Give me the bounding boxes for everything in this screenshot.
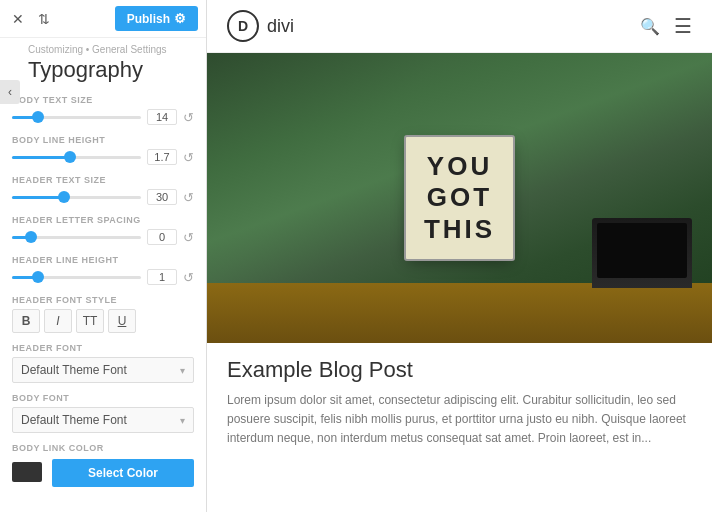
body-link-color-label: BODY LINK COLOR (12, 443, 194, 453)
body-font-value: Default Theme Font (21, 413, 127, 427)
search-icon[interactable]: 🔍 (640, 17, 660, 36)
blog-image-inner: YOU GOT THIS (207, 53, 712, 343)
logo-name: divi (267, 16, 294, 37)
header-text-size-slider[interactable] (12, 189, 141, 205)
header-line-height-row: ↺ (12, 269, 194, 285)
back-button[interactable]: ‹ (0, 80, 20, 104)
header-letter-spacing-row: ↺ (12, 229, 194, 245)
header-line-height-group: HEADER LINE HEIGHT ↺ (12, 255, 194, 285)
table-surface (207, 283, 712, 343)
publish-label: Publish (127, 12, 170, 26)
divi-logo: D divi (227, 10, 294, 42)
select-color-button[interactable]: Select Color (52, 459, 194, 487)
blog-excerpt: Lorem ipsum dolor sit amet, consectetur … (227, 391, 692, 449)
body-line-height-label: BODY LINE HEIGHT (12, 135, 194, 145)
header-font-label: HEADER FONT (12, 343, 194, 353)
divi-header: D divi 🔍 ☰ (207, 0, 712, 53)
header-font-style-label: HEADER FONT STYLE (12, 295, 194, 305)
allcaps-button[interactable]: TT (76, 309, 104, 333)
header-line-height-reset[interactable]: ↺ (183, 270, 194, 285)
header-letter-spacing-input[interactable] (147, 229, 177, 245)
body-text-size-reset[interactable]: ↺ (183, 110, 194, 125)
body-text-size-slider[interactable] (12, 109, 141, 125)
top-bar: ✕ ⇅ Publish ⚙ (0, 0, 206, 38)
gear-icon: ⚙ (174, 11, 186, 26)
body-text-size-label: BODY TEXT SIZE (12, 95, 194, 105)
blog-content: Example Blog Post Lorem ipsum dolor sit … (207, 343, 712, 463)
font-style-buttons: B I TT U (12, 309, 194, 333)
header-font-dropdown[interactable]: Default Theme Font ▾ (12, 357, 194, 383)
header-text-size-row: ↺ (12, 189, 194, 205)
body-line-height-reset[interactable]: ↺ (183, 150, 194, 165)
sign-line-3: THIS (424, 214, 495, 245)
header-letter-spacing-reset[interactable]: ↺ (183, 230, 194, 245)
right-panel: D divi 🔍 ☰ YOU GOT THIS (207, 0, 712, 512)
sign-line-2: GOT (424, 182, 495, 213)
header-letter-spacing-label: HEADER LETTER SPACING (12, 215, 194, 225)
divi-logo-circle: D (227, 10, 259, 42)
light-sign: YOU GOT THIS (407, 138, 512, 258)
chevron-down-icon: ▾ (180, 365, 185, 376)
header-letter-spacing-group: HEADER LETTER SPACING ↺ (12, 215, 194, 245)
header-text-size-input[interactable] (147, 189, 177, 205)
page-title: Typography (28, 57, 194, 83)
body-link-color-group: BODY LINK COLOR Select Color (12, 443, 194, 487)
header-font-style-group: HEADER FONT STYLE B I TT U (12, 295, 194, 333)
chevron-down-icon-2: ▾ (180, 415, 185, 426)
settings-area: BODY TEXT SIZE ↺ BODY LINE HEIGHT (0, 85, 206, 512)
top-bar-left: ✕ ⇅ (8, 9, 54, 29)
left-panel: ✕ ⇅ Publish ⚙ ‹ Customizing • General Se… (0, 0, 207, 512)
breadcrumb: Customizing • General Settings (28, 44, 194, 55)
body-line-height-row: ↺ (12, 149, 194, 165)
publish-button[interactable]: Publish ⚙ (115, 6, 198, 31)
header-letter-spacing-slider[interactable] (12, 229, 141, 245)
body-line-height-slider[interactable] (12, 149, 141, 165)
body-line-height-input[interactable] (147, 149, 177, 165)
sign-line-1: YOU (424, 151, 495, 182)
breadcrumb-area: Customizing • General Settings Typograph… (0, 38, 206, 85)
body-font-dropdown[interactable]: Default Theme Font ▾ (12, 407, 194, 433)
header-text-size-group: HEADER TEXT SIZE ↺ (12, 175, 194, 205)
italic-button[interactable]: I (44, 309, 72, 333)
header-line-height-label: HEADER LINE HEIGHT (12, 255, 194, 265)
body-font-label: BODY FONT (12, 393, 194, 403)
header-icons: 🔍 ☰ (640, 14, 692, 38)
menu-icon[interactable]: ☰ (674, 14, 692, 38)
laptop-screen (597, 223, 687, 278)
body-text-size-row: ↺ (12, 109, 194, 125)
close-button[interactable]: ✕ (8, 9, 28, 29)
underline-button[interactable]: U (108, 309, 136, 333)
sort-button[interactable]: ⇅ (34, 9, 54, 29)
header-line-height-slider[interactable] (12, 269, 141, 285)
color-swatch (12, 462, 42, 482)
body-font-group: BODY FONT Default Theme Font ▾ (12, 393, 194, 433)
header-font-group: HEADER FONT Default Theme Font ▾ (12, 343, 194, 383)
logo-letter: D (238, 18, 248, 34)
body-text-size-group: BODY TEXT SIZE ↺ (12, 95, 194, 125)
body-text-size-input[interactable] (147, 109, 177, 125)
header-line-height-input[interactable] (147, 269, 177, 285)
header-text-size-label: HEADER TEXT SIZE (12, 175, 194, 185)
bold-button[interactable]: B (12, 309, 40, 333)
header-text-size-reset[interactable]: ↺ (183, 190, 194, 205)
laptop-hint (592, 218, 692, 288)
blog-title: Example Blog Post (227, 357, 692, 383)
blog-image: YOU GOT THIS (207, 53, 712, 343)
header-font-value: Default Theme Font (21, 363, 127, 377)
body-line-height-group: BODY LINE HEIGHT ↺ (12, 135, 194, 165)
